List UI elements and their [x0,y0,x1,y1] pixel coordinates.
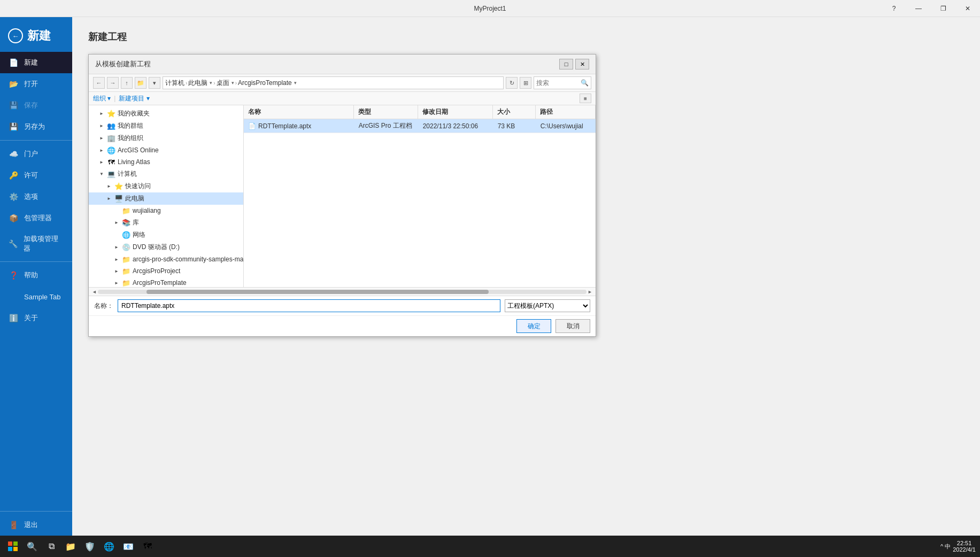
tree-item-favorites[interactable]: ► ⭐ 我的收藏夹 [89,107,243,120]
tree-item-network[interactable]: 🌐 网络 [89,229,243,241]
tree-item-arcgis-sdk[interactable]: ► 📁 arcgis-pro-sdk-community-samples-mas… [89,253,243,265]
nav-dropdown-button[interactable]: ▾ [149,77,160,89]
address-path: 计算机 › 此电脑 ▾ › 桌面 ▾ › ArcgisProTemplate ▾ [163,76,504,89]
exit-icon: 🚪 [8,520,19,530]
help-button[interactable]: ? [882,0,906,17]
toolbar-organize[interactable]: 组织 ▾ [93,94,111,103]
content-area: 新建工程 从模板创建新工程 □ ✕ ← → ↑ 📁 ▾ 计算机 › [72,17,980,536]
tree-label: DVD 驱动器 (D:) [133,243,180,252]
tree-label: 此电脑 [125,194,144,203]
start-button[interactable] [4,538,21,555]
tree-item-arcgis-project[interactable]: ► 📁 ArcgisProProject [89,265,243,277]
sidebar-item-addins[interactable]: 🔧 加载项管理器 [0,229,72,259]
arcgis-online-icon: 🌐 [107,146,115,154]
sidebar-item-portal[interactable]: ☁️ 门户 [0,143,72,165]
save-icon: 💾 [8,100,19,111]
sidebar-item-new[interactable]: 📄 新建 [0,52,72,73]
path-sep-3: › [235,80,237,86]
nav-back-button[interactable]: ← [93,77,105,89]
taskbar-app-explorer[interactable]: 📁 [62,538,79,555]
tree-label: 我的群组 [118,121,143,130]
taskview-button[interactable]: ⧉ [43,538,60,555]
dialog-close-button[interactable]: ✕ [575,59,589,69]
new-icon: 📄 [8,57,19,68]
filetype-select[interactable]: 工程模板(APTX) [505,299,590,312]
nav-folder-button[interactable]: 📁 [135,77,146,89]
sidebar-item-options[interactable]: ⚙️ 选项 [0,186,72,207]
view-toggle-button[interactable]: ⊞ [520,77,531,89]
hscroll-bar[interactable]: ◄ ► [89,287,596,296]
expand-icon: ► [98,111,105,117]
library-icon: 📚 [122,219,130,227]
tree-item-computer[interactable]: ▼ 💻 计算机 [89,168,243,180]
tree-item-arcgis-online[interactable]: ► 🌐 ArcGIS Online [89,144,243,156]
tree-item-org[interactable]: ► 🏢 我的组织 [89,132,243,144]
search-input[interactable] [536,79,579,87]
sidebar-item-label-help: 帮助 [24,270,38,280]
tree-item-thispc[interactable]: ► 🖥️ 此电脑 [89,192,243,205]
filename-input[interactable] [118,299,500,312]
col-size[interactable]: 大小 [493,105,536,119]
col-name[interactable]: 名称 [244,105,354,119]
refresh-button[interactable]: ↻ [506,77,518,89]
divider-3 [0,511,72,512]
back-button[interactable]: ← [8,28,23,43]
folder-icon: 📁 [122,267,130,275]
sidebar-item-exit[interactable]: 🚪 退出 [0,514,72,536]
search-icon[interactable]: 🔍 [581,79,589,87]
sidebar-item-sampletab[interactable]: Sample Tab [0,286,72,307]
file-dialog: 从模板创建新工程 □ ✕ ← → ↑ 📁 ▾ 计算机 › 此电脑 ▾ › [88,54,596,337]
scroll-left-arrow[interactable]: ◄ [91,289,98,295]
sidebar-item-open[interactable]: 📂 打开 [0,73,72,95]
file-row[interactable]: 📄 RDTTemplate.aptx ArcGIS Pro 工程档 2022/1… [244,119,596,133]
path-dropdown-2[interactable]: ▾ [232,80,234,86]
confirm-button[interactable]: 确定 [516,319,551,333]
taskbar-app-mail[interactable]: 📧 [120,538,137,555]
scroll-right-arrow[interactable]: ► [587,289,593,295]
minimize-button[interactable]: — [906,0,931,17]
dialog-toolbar: 组织 ▾ | 新建项目 ▾ ≡ [89,92,596,105]
col-date[interactable]: 修改日期 [418,105,493,119]
taskbar-app-shield[interactable]: 🛡️ [81,538,98,555]
sidebar-item-help[interactable]: ❓ 帮助 [0,265,72,286]
path-sep-2: › [213,80,215,86]
tree-item-groups[interactable]: ► 👥 我的群组 [89,120,243,132]
tree-item-arcgis-template[interactable]: ► 📁 ArcgisProTemplate [89,277,243,287]
expand-icon: ▼ [98,171,105,177]
view-detail-button[interactable]: ≡ [580,94,591,103]
close-button[interactable]: ✕ [955,0,980,17]
org-icon: 🏢 [107,134,115,143]
sidebar-item-about[interactable]: ℹ️ 关于 [0,307,72,329]
tree-label: 我的组织 [118,134,143,143]
dialog-maximize-button[interactable]: □ [559,59,573,69]
tree-item-quickaccess[interactable]: ► ⭐ 快速访问 [89,180,243,192]
tree-label: 我的收藏夹 [118,109,150,118]
sidebar-header: ← 新建 [0,17,72,52]
tree-item-wujialiang[interactable]: 📁 wujialiang [89,205,243,216]
nav-up-button[interactable]: ↑ [121,77,133,89]
file-cell-path: C:\Users\wujial [536,120,596,132]
tree-item-living-atlas[interactable]: ► 🗺 Living Atlas [89,156,243,168]
sidebar-item-license[interactable]: 🔑 许可 [0,165,72,186]
sidebar-item-saveas[interactable]: 💾 另存为 [0,116,72,137]
pkgmgr-icon: 📦 [8,213,19,223]
hscroll-thumb[interactable] [146,290,489,294]
maximize-button[interactable]: ❐ [931,0,955,17]
search-taskbar-button[interactable]: 🔍 [24,538,41,555]
toolbar-new-item[interactable]: 新建项目 ▾ [119,94,149,103]
file-cell-name: 📄 RDTTemplate.aptx [244,120,354,132]
col-type[interactable]: 类型 [354,105,418,119]
taskbar-app-edge[interactable]: 🌐 [101,538,118,555]
cancel-button[interactable]: 取消 [555,319,590,333]
tree-item-library[interactable]: ► 📚 库 [89,216,243,229]
nav-forward-button[interactable]: → [107,77,119,89]
path-dropdown-3[interactable]: ▾ [294,80,297,86]
path-dropdown-1[interactable]: ▾ [210,80,212,86]
taskbar-app-arcgis[interactable]: 🗺 [139,538,156,555]
sidebar-item-pkgmgr[interactable]: 📦 包管理器 [0,207,72,229]
tree-item-dvd[interactable]: ► 💿 DVD 驱动器 (D:) [89,241,243,253]
folder-icon: 📁 [122,206,130,215]
hscroll-track[interactable] [98,290,587,294]
col-path[interactable]: 路径 [536,105,596,119]
tree-label: arcgis-pro-sdk-community-samples-master [133,256,244,263]
